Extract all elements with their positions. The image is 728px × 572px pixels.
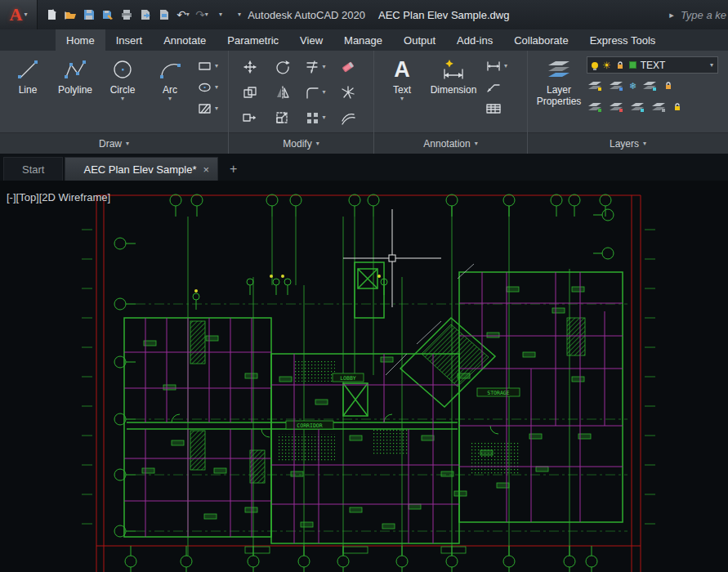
offset-icon (340, 110, 356, 125)
offset-button[interactable] (340, 110, 356, 125)
unlock-tool-icon[interactable] (672, 101, 683, 113)
drawing-canvas[interactable]: [-][Top][2D Wireframe] (0, 181, 728, 572)
layer-on-icon (592, 62, 598, 69)
dropdown-arrow-icon: ▾ (643, 141, 646, 147)
ribbon-tab-parametric[interactable]: Parametric (217, 29, 289, 51)
layers-panel: Layer Properties ☀ TEXT ▾ (528, 51, 728, 154)
layer-freeze-icon[interactable]: ❄ (629, 82, 636, 91)
printer-icon (120, 8, 133, 21)
qat-save-button[interactable] (80, 5, 98, 25)
linear-dimension-button[interactable]: ▾ (485, 58, 507, 74)
modify-panel: ▾ ▾ ▾ Modify ▾ (229, 51, 374, 154)
hatch-icon (198, 103, 212, 114)
array-icon (305, 110, 321, 125)
ellipse-icon (198, 82, 212, 93)
circle-label: Circle (110, 84, 136, 96)
arc-button[interactable]: Arc ▾ (147, 53, 193, 132)
dimension-button[interactable]: Dimension (427, 53, 480, 132)
qat-new-button[interactable] (42, 5, 60, 25)
annotation-panel-label[interactable]: Annotation ▾ (374, 132, 527, 154)
redo-icon: ↷ (195, 9, 205, 20)
qat-open-button[interactable] (61, 5, 79, 25)
dropdown-arrow-icon: ▾ (215, 63, 218, 69)
table-icon (485, 103, 502, 114)
viewport-controls[interactable]: [-][Top][2D Wireframe] (7, 191, 110, 203)
layer-properties-label-2: Properties (537, 96, 582, 107)
fillet-button[interactable]: ▾ (305, 85, 325, 100)
dropdown-arrow-icon: ▾ (322, 114, 325, 121)
app-menu-button[interactable]: A ▾ (0, 0, 38, 29)
layer-color-swatch (629, 61, 636, 69)
ribbon-tab-insert[interactable]: Insert (105, 29, 154, 51)
qat-doc-arrow-button[interactable] (136, 5, 154, 25)
layer-dropdown[interactable]: ☀ TEXT ▾ (587, 56, 718, 74)
mirror-button[interactable] (275, 85, 291, 100)
qat-save-as-button[interactable] (99, 5, 117, 25)
move-button[interactable] (242, 60, 258, 74)
search-box[interactable]: ▸ Type a ke (661, 0, 728, 29)
copy-icon (242, 85, 258, 100)
draw-panel-label-text: Draw (99, 138, 122, 150)
file-tab-bar: Start AEC Plan Elev Sample* × + (0, 154, 728, 181)
search-input[interactable]: Type a ke (681, 9, 726, 21)
layer-properties-button[interactable]: Layer Properties (533, 53, 585, 132)
qat-plot-button[interactable] (118, 5, 136, 25)
rotate-button[interactable] (275, 60, 291, 74)
autocad-window: A ▾ ↶ (0, 0, 728, 572)
leader-icon (485, 82, 502, 93)
layer-tool-icon[interactable] (608, 101, 624, 114)
dropdown-arrow-icon: ▾ (504, 63, 507, 69)
ribbon-tab-manage[interactable]: Manage (333, 29, 393, 51)
ribbon-tab-output[interactable]: Output (393, 29, 446, 51)
lock-tool-icon[interactable] (663, 80, 674, 92)
ribbon-tab-annotate[interactable]: Annotate (153, 29, 217, 51)
draw-panel-label[interactable]: Draw ▾ (0, 132, 228, 154)
dropdown-arrow-icon: ▾ (710, 62, 713, 69)
layer-tool-icon[interactable] (587, 80, 603, 92)
qat-workspace-dropdown-button[interactable]: ▾ (212, 5, 230, 25)
ribbon-tab-collaborate[interactable]: Collaborate (503, 29, 579, 51)
ribbon-tab-home[interactable]: Home (56, 29, 105, 51)
copy-button[interactable] (242, 85, 258, 100)
qat-customize-button[interactable]: ▾ (230, 5, 248, 25)
circle-button[interactable]: Circle ▾ (100, 53, 145, 132)
hatch-button[interactable]: ▾ (198, 101, 218, 117)
ribbon-tab-express-tools[interactable]: Express Tools (579, 29, 667, 51)
layer-tool-icon[interactable] (650, 101, 667, 114)
polyline-label: Polyline (58, 84, 92, 96)
file-tab-document[interactable]: AEC Plan Elev Sample* × (65, 157, 218, 181)
save-as-icon (101, 8, 114, 21)
rectangle-button[interactable]: ▾ (198, 58, 218, 74)
text-button[interactable]: A Text ▾ (379, 53, 425, 132)
explode-button[interactable] (340, 85, 356, 100)
sheet-arrow-icon (139, 8, 152, 21)
qat-doc-button[interactable] (155, 5, 173, 25)
document-tab-label: AEC Plan Elev Sample* (83, 163, 196, 176)
trim-button[interactable]: ▾ (305, 60, 325, 74)
ellipse-button[interactable]: ▾ (198, 79, 218, 96)
array-button[interactable]: ▾ (305, 110, 325, 125)
new-tab-button[interactable]: + (220, 157, 247, 181)
qat-redo-button[interactable]: ↷ ▾ (193, 5, 211, 25)
layer-tools-row-2 (587, 98, 718, 116)
file-tab-start[interactable]: Start (3, 157, 63, 181)
table-button[interactable] (485, 101, 507, 117)
ribbon-tab-view[interactable]: View (289, 29, 333, 51)
corridor-label: CORRIDOR (297, 422, 322, 429)
close-tab-icon[interactable]: × (203, 163, 209, 176)
stretch-button[interactable] (242, 110, 258, 125)
layer-tool-icon[interactable] (608, 80, 624, 92)
layers-panel-label[interactable]: Layers ▾ (528, 132, 728, 154)
layer-tool-icon[interactable] (641, 80, 658, 92)
layer-tool-icon[interactable] (629, 101, 645, 114)
scale-button[interactable] (275, 110, 291, 125)
modify-panel-label[interactable]: Modify ▾ (229, 132, 373, 154)
polyline-button[interactable]: Polyline (52, 53, 98, 132)
leader-button[interactable] (485, 79, 507, 96)
ribbon-tab-add-ins[interactable]: Add-ins (446, 29, 503, 51)
erase-button[interactable] (340, 60, 356, 74)
qat-undo-button[interactable]: ↶ ▾ (174, 5, 192, 25)
layer-tool-icon[interactable] (587, 101, 603, 114)
mirror-icon (275, 85, 291, 100)
line-button[interactable]: Line (5, 53, 51, 132)
